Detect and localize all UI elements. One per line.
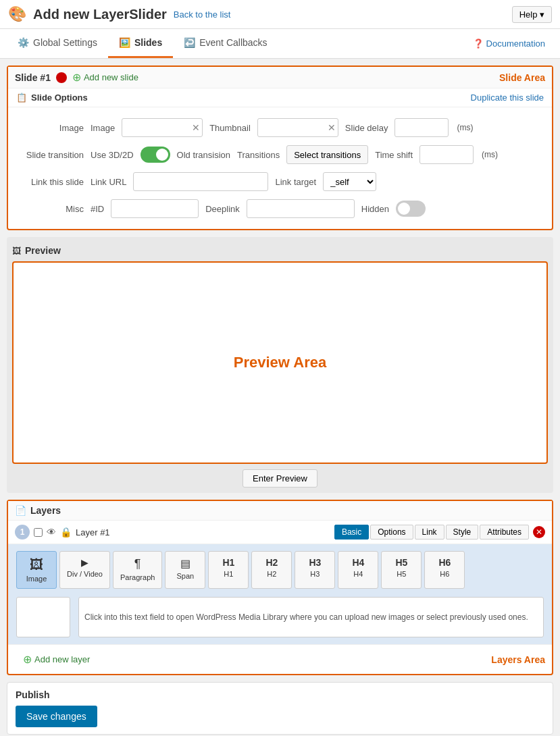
layer-tab-link[interactable]: Link [415, 525, 444, 540]
layer-type-span[interactable]: ▤ Span [165, 551, 205, 589]
time-shift-input[interactable]: 0 [419, 145, 474, 164]
layer-delete-button[interactable]: ✕ [533, 526, 545, 538]
layer-type-h3[interactable]: H3 H3 [295, 551, 335, 589]
slide-delay-unit: (ms) [457, 123, 473, 132]
hidden-label: Hidden [361, 204, 389, 214]
hidden-toggle[interactable] [396, 201, 426, 217]
help-button[interactable]: Help ▾ [512, 6, 552, 23]
image-input[interactable] [122, 118, 203, 137]
layer-number: 1 [15, 525, 30, 540]
thumbnail-clear-button[interactable]: ✕ [328, 122, 336, 133]
tab-event-callbacks[interactable]: ↩️ Event Callbacks [173, 29, 278, 58]
tab-slides[interactable]: 🖼️ Slides [108, 29, 173, 58]
h5-type-label: H5 [397, 570, 406, 578]
slide-options-header: 📋 Slide Options Duplicate this slide [8, 88, 552, 107]
deeplink-input[interactable] [247, 199, 355, 218]
layer-type-tabs: 🖼 Image ▶ Div / Video ¶ Paragraph ▤ Span… [16, 551, 544, 589]
documentation-link[interactable]: ❓ Documentation [465, 30, 553, 57]
duplicate-slide-link[interactable]: Duplicate this slide [471, 93, 544, 103]
layer-type-image[interactable]: 🖼 Image [16, 551, 57, 589]
time-shift-unit: (ms) [482, 150, 498, 159]
add-new-slide-button[interactable]: ⊕ Add new slide [72, 71, 138, 84]
h1-type-label: H1 [224, 570, 233, 578]
nav-tabs: ⚙️ Global Settings 🖼️ Slides ↩️ Event Ca… [0, 29, 560, 59]
layer-checkbox[interactable] [34, 528, 43, 537]
preview-area-box: Preview Area [12, 261, 548, 464]
slide-close-button[interactable] [56, 72, 67, 83]
preview-title: Preview [25, 245, 61, 256]
event-callbacks-icon: ↩️ [184, 37, 195, 48]
id-label: #ID [91, 204, 104, 214]
layer-type-h6[interactable]: H6 H6 [424, 551, 465, 589]
layer-type-div-video[interactable]: ▶ Div / Video [59, 551, 110, 589]
add-slide-icon: ⊕ [72, 71, 81, 84]
layers-footer: ⊕ Add new layer Layers Area [8, 644, 552, 674]
layer-content: 🖼 Image ▶ Div / Video ¶ Paragraph ▤ Span… [8, 544, 552, 644]
layer-type-h5[interactable]: H5 H5 [381, 551, 422, 589]
header: 🎨 Add new LayerSlider Back to the list H… [0, 0, 560, 29]
h3-type-icon: H3 [309, 557, 321, 568]
paragraph-type-label: Paragraph [120, 573, 155, 581]
h3-type-label: H3 [310, 570, 320, 578]
doc-icon: ❓ [473, 38, 484, 49]
select-transitions-button[interactable]: Select transitions [286, 145, 368, 164]
div-video-type-icon: ▶ [81, 557, 88, 568]
toggle-slider [141, 147, 170, 163]
use-3d2d-toggle[interactable] [141, 147, 170, 163]
save-changes-button[interactable]: Save changes [16, 706, 97, 727]
slide-options-label: Image [16, 123, 84, 133]
layer-type-paragraph[interactable]: ¶ Paragraph [113, 551, 162, 589]
image-upload-area: Click into this text field to open WordP… [16, 597, 544, 637]
layer-name: Layer #1 [76, 527, 330, 537]
h6-type-icon: H6 [438, 557, 451, 568]
link-url-label: Link URL [91, 177, 126, 187]
slide-options-row-2: Slide transition Use 3D/2D Old transisio… [16, 141, 544, 168]
image-type-icon: 🖼 [30, 557, 43, 573]
layers-title: 📄 Layers [15, 505, 61, 516]
main-content: Slide #1 ⊕ Add new slide Slide Area 📋 Sl… [0, 59, 560, 736]
h1-type-icon: H1 [222, 557, 234, 568]
enter-preview-button[interactable]: Enter Preview [243, 469, 317, 488]
layer-tab-style[interactable]: Style [446, 525, 479, 540]
slide-transition-label: Slide transition [16, 150, 84, 160]
layer-row: 1 👁 🔒 Layer #1 Basic Options Link Style … [8, 521, 552, 544]
link-target-select[interactable]: _self _blank _parent _top [323, 172, 376, 191]
layers-section: 📄 Layers 1 👁 🔒 Layer #1 Basic Options Li… [7, 500, 553, 675]
publish-section: Publish Save changes [7, 682, 553, 735]
hidden-slider [396, 201, 426, 217]
layer-tab-basic[interactable]: Basic [334, 525, 369, 540]
image-type-label: Image [26, 575, 47, 583]
slide-delay-label: Slide delay [345, 123, 388, 133]
layer-type-h1[interactable]: H1 H1 [208, 551, 249, 589]
preview-area-text: Preview Area [234, 354, 326, 371]
layer-type-h2[interactable]: H2 H2 [251, 551, 292, 589]
id-input[interactable] [111, 199, 199, 218]
layer-tabs: Basic Options Link Style Attributes [334, 525, 529, 540]
slide-options-row-3: Link this slide Link URL Link target _se… [16, 168, 544, 195]
header-left: 🎨 Add new LayerSlider Back to the list [8, 5, 230, 23]
back-to-list-link[interactable]: Back to the list [174, 9, 231, 20]
slide-delay-input[interactable]: 4000 [394, 118, 449, 137]
thumbnail-input[interactable] [257, 118, 338, 137]
slide-options-row-1: Image Image ✕ Thumbnail ✕ Slide delay 40… [16, 114, 544, 141]
layer-tab-attributes[interactable]: Attributes [480, 525, 529, 540]
slide-options-title: 📋 Slide Options [16, 93, 88, 103]
deeplink-label: Deeplink [205, 204, 240, 214]
image-clear-button[interactable]: ✕ [192, 122, 200, 133]
span-type-icon: ▤ [180, 557, 190, 570]
layer-lock-icon[interactable]: 🔒 [60, 527, 72, 537]
image-hint-text[interactable]: Click into this text field to open WordP… [78, 597, 544, 637]
image-input-wrapper: ✕ [122, 118, 203, 137]
h4-type-label: H4 [353, 570, 363, 578]
layer-tab-options[interactable]: Options [370, 525, 413, 540]
image-thumbnail [16, 597, 70, 637]
layers-header: 📄 Layers [8, 501, 552, 521]
slide-header: Slide #1 ⊕ Add new slide Slide Area [8, 67, 552, 88]
add-new-layer-button[interactable]: ⊕ Add new layer [15, 648, 98, 671]
image-label: Image [91, 123, 115, 133]
layer-eye-icon[interactable]: 👁 [47, 527, 56, 537]
layer-type-h4[interactable]: H4 H4 [338, 551, 378, 589]
link-url-input[interactable] [133, 172, 268, 191]
slide-header-left: Slide #1 ⊕ Add new slide [15, 71, 138, 84]
tab-global-settings[interactable]: ⚙️ Global Settings [7, 29, 108, 58]
